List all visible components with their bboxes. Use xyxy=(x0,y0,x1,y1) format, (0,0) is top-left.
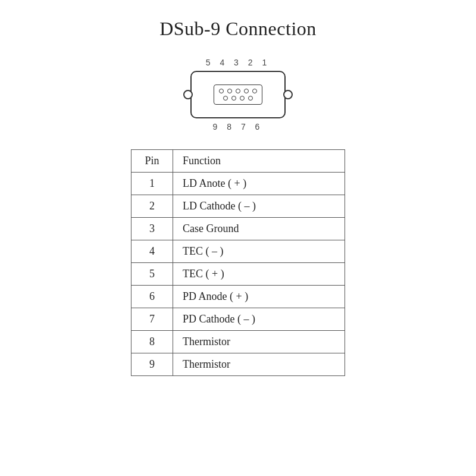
pin-array xyxy=(214,84,262,105)
cell-pin: 5 xyxy=(131,263,173,286)
connector-diagram: 5 4 3 2 1 9 8 7 6 xyxy=(190,58,286,131)
table-row: 8Thermistor xyxy=(131,331,345,353)
table-row: 9Thermistor xyxy=(131,353,345,376)
cell-pin: 4 xyxy=(131,240,173,263)
pin-row-top xyxy=(219,89,257,93)
table-row: 1LD Anote ( + ) xyxy=(131,173,345,195)
pin-dot xyxy=(223,96,228,101)
pin-dot xyxy=(236,89,240,93)
cell-function: Case Ground xyxy=(173,218,345,240)
table-row: 7PD Cathode ( – ) xyxy=(131,308,345,331)
table-row: 6PD Anode ( + ) xyxy=(131,286,345,308)
cell-pin: 3 xyxy=(131,218,173,240)
cell-function: PD Anode ( + ) xyxy=(173,286,345,308)
cell-function: LD Cathode ( – ) xyxy=(173,195,345,218)
pin-row-bottom xyxy=(223,96,253,101)
pin-dot xyxy=(240,96,245,101)
cell-pin: 6 xyxy=(131,286,173,308)
pin-dot xyxy=(231,96,236,101)
top-pin-numbers: 5 4 3 2 1 xyxy=(206,58,271,67)
table-body: 1LD Anote ( + )2LD Cathode ( – )3Case Gr… xyxy=(131,173,345,376)
cell-pin: 9 xyxy=(131,353,173,376)
cell-function: PD Cathode ( – ) xyxy=(173,308,345,331)
cell-function: LD Anote ( + ) xyxy=(173,173,345,195)
col-header-function: Function xyxy=(173,150,345,173)
pin-dot xyxy=(248,96,253,101)
table-row: 5TEC ( + ) xyxy=(131,263,345,286)
col-header-pin: Pin xyxy=(131,150,173,173)
cell-pin: 2 xyxy=(131,195,173,218)
table-row: 3Case Ground xyxy=(131,218,345,240)
cell-pin: 7 xyxy=(131,308,173,331)
table-row: 2LD Cathode ( – ) xyxy=(131,195,345,218)
pin-dot xyxy=(244,89,249,93)
pin-table: Pin Function 1LD Anote ( + )2LD Cathode … xyxy=(131,149,345,376)
cell-function: Thermistor xyxy=(173,331,345,353)
pin-dot xyxy=(219,89,224,93)
cell-function: TEC ( – ) xyxy=(173,240,345,263)
bottom-pin-numbers: 9 8 7 6 xyxy=(213,122,264,131)
connector-shell xyxy=(190,71,286,118)
pin-dot xyxy=(227,89,232,93)
cell-pin: 8 xyxy=(131,331,173,353)
cell-function: TEC ( + ) xyxy=(173,263,345,286)
cell-function: Thermistor xyxy=(173,353,345,376)
page-title: DSub-9 Connection xyxy=(159,18,317,40)
pin-dot xyxy=(252,89,257,93)
table-row: 4TEC ( – ) xyxy=(131,240,345,263)
table-header: Pin Function xyxy=(131,150,345,173)
cell-pin: 1 xyxy=(131,173,173,195)
